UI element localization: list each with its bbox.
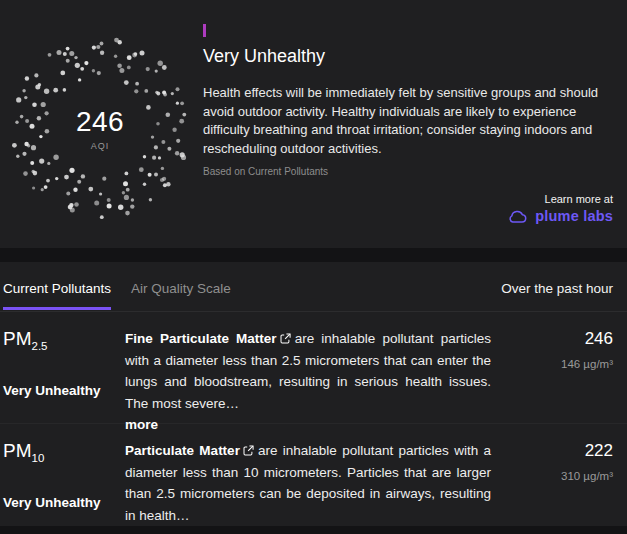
status-title: Very Unhealthy <box>203 46 613 67</box>
learn-more-label: Learn more at <box>545 193 613 205</box>
pollutant-code-subscript: 10 <box>32 452 45 464</box>
pollutant-code-base: PM <box>3 328 32 349</box>
aqi-gauge: 246 AQI <box>5 33 195 223</box>
pollutant-info-link[interactable]: Fine Particulate Matter <box>125 331 277 346</box>
aqi-gauge-center: 246 AQI <box>5 33 195 223</box>
pollutant-code: PM2.5 <box>3 328 125 357</box>
pollutant-row-pm25: PM2.5 Very Unhealthy Fine Particulate Ma… <box>0 312 627 424</box>
pollutant-value-column: 246 146 µg/m³ <box>509 328 613 423</box>
external-link-icon[interactable] <box>280 329 291 351</box>
pollutant-info-link[interactable]: Particulate Matter <box>125 443 240 458</box>
pollutant-value-column: 222 310 µg/m³ <box>509 440 613 534</box>
pollutant-concentration: 146 µg/m³ <box>509 358 613 370</box>
plume-labs-link[interactable]: plume labs <box>507 208 613 224</box>
bottom-divider <box>0 526 627 534</box>
pollutant-id-column: PM2.5 Very Unhealthy <box>3 328 125 423</box>
status-info-block: Very Unhealthy Health effects will be im… <box>203 24 613 177</box>
pollutant-aqi-value: 222 <box>509 440 613 462</box>
pollutant-description-column: Particulate Matterare inhalable pollutan… <box>125 440 509 534</box>
pollutant-description: Particulate Matterare inhalable pollutan… <box>125 440 491 526</box>
external-link-icon[interactable] <box>243 441 254 463</box>
pollutant-description-column: Fine Particulate Matterare inhalable pol… <box>125 328 509 423</box>
pollutant-id-column: PM10 Very Unhealthy <box>3 440 125 534</box>
plume-cloud-icon <box>507 209 529 224</box>
pollutant-code-subscript: 2.5 <box>32 340 48 352</box>
pollutant-code-base: PM <box>3 440 32 461</box>
pollutant-description: Fine Particulate Matterare inhalable pol… <box>125 328 491 414</box>
pollutant-status: Very Unhealthy <box>3 495 125 510</box>
plume-labs-wordmark: plume labs <box>535 208 613 224</box>
tabs-bar: Current Pollutants Air Quality Scale Ove… <box>0 262 627 312</box>
aqi-unit-label: AQI <box>91 141 110 151</box>
aqi-value: 246 <box>76 106 124 138</box>
pollutant-aqi-value: 246 <box>509 328 613 350</box>
pollutant-status: Very Unhealthy <box>3 383 125 398</box>
aqi-summary-section: 246 AQI Very Unhealthy Health effects wi… <box>0 0 627 248</box>
tab-current-pollutants[interactable]: Current Pollutants <box>3 262 111 310</box>
tab-air-quality-scale[interactable]: Air Quality Scale <box>131 262 231 310</box>
air-quality-panel: 246 AQI Very Unhealthy Health effects wi… <box>0 0 627 534</box>
based-on-note: Based on Current Pollutants <box>203 166 613 177</box>
status-color-tick <box>203 24 206 37</box>
status-description: Health effects will be immediately felt … <box>203 84 613 158</box>
time-range-label: Over the past hour <box>501 262 613 315</box>
section-divider <box>0 248 627 262</box>
more-link[interactable]: more <box>125 414 491 436</box>
pollutant-code: PM10 <box>3 440 125 469</box>
pollutant-concentration: 310 µg/m³ <box>509 470 613 482</box>
pollutant-row-pm10: PM10 Very Unhealthy Particulate Matterar… <box>0 424 627 534</box>
